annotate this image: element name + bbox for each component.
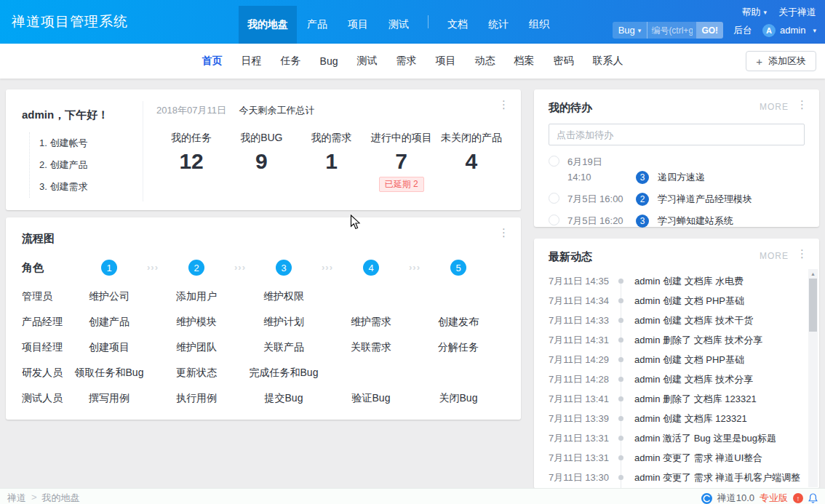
about-zentao-link[interactable]: 关于禅道	[778, 6, 816, 19]
flow-task[interactable]: 维护需求	[351, 316, 391, 327]
activity-text[interactable]: admin 创建 文档库 123321	[634, 412, 747, 425]
kebab-menu-icon[interactable]: ⋮	[797, 99, 808, 110]
chevron-down-icon: ▾	[813, 27, 816, 34]
nav-item-org[interactable]: 组织	[519, 6, 559, 44]
subnav-item-project[interactable]: 项目	[429, 55, 462, 68]
breadcrumb-home[interactable]: 禅道	[7, 492, 26, 504]
stat-value[interactable]: 4	[437, 149, 506, 174]
activity-item: 7月11日 13:30 admin 变更了 需求 禅道手机客户端调整	[549, 468, 805, 487]
activity-time: 7月11日 13:31	[549, 452, 618, 465]
activity-text[interactable]: admin 创建 文档库 技术干货	[634, 314, 753, 327]
activity-text[interactable]: admin 删除了 文档库 技术分享	[634, 334, 762, 347]
nav-item-doc[interactable]: 文档	[437, 6, 478, 44]
todo-checkbox[interactable]	[549, 215, 559, 225]
edition-label[interactable]: 专业版	[760, 492, 788, 504]
stat-value[interactable]: 7	[367, 149, 437, 174]
zentao-logo-icon[interactable]	[701, 493, 712, 504]
activity-text[interactable]: admin 删除了 文档库 123321	[634, 393, 757, 406]
todo-checkbox[interactable]	[549, 193, 559, 204]
search-go-button[interactable]: GO!	[696, 22, 723, 39]
breadcrumb-separator-icon: >	[31, 492, 37, 504]
flow-task[interactable]: 创建发布	[438, 316, 479, 327]
stat-value[interactable]: 9	[226, 149, 296, 174]
current-date: 2018年07月11日	[156, 105, 226, 116]
subnav-item-profile[interactable]: 档案	[507, 55, 541, 68]
todo-text[interactable]: 学习禅道产品经理模块	[658, 191, 752, 207]
activity-text[interactable]: admin 激活了 Bug 这里是bug标题	[634, 432, 776, 445]
delayed-badge: 已延期 2	[379, 177, 424, 192]
timeline-dot-icon	[618, 396, 623, 401]
add-block-button[interactable]: + 添加区块	[746, 51, 816, 71]
version-label[interactable]: 禅道10.0	[717, 492, 754, 504]
todo-more-link[interactable]: MORE	[760, 102, 789, 112]
stat-value[interactable]: 1	[296, 149, 366, 174]
subnav-item-dynamic[interactable]: 动态	[468, 55, 501, 68]
breadcrumb-current[interactable]: 我的地盘	[42, 492, 80, 504]
subnav-item-bug[interactable]: Bug	[314, 55, 345, 67]
kebab-menu-icon[interactable]: ⋮	[498, 227, 509, 238]
user-menu[interactable]: A admin ▾	[762, 24, 816, 37]
nav-item-product[interactable]: 产品	[297, 6, 338, 44]
flow-task[interactable]: 维护团队	[176, 341, 217, 353]
nav-item-my-dashboard[interactable]: 我的地盘	[239, 6, 297, 44]
nav-item-report[interactable]: 统计	[478, 6, 519, 44]
subnav-item-test[interactable]: 测试	[350, 55, 383, 68]
subnav-item-calendar[interactable]: 日程	[235, 55, 268, 68]
flow-task[interactable]: 关联需求	[351, 341, 391, 353]
flow-task[interactable]: 分解任务	[438, 341, 479, 353]
bell-icon[interactable]	[808, 493, 818, 504]
todo-checkbox[interactable]	[549, 156, 559, 167]
todo-text[interactable]: 递四方速递	[658, 169, 705, 185]
flow-task[interactable]: 完成任务和Bug	[250, 367, 319, 378]
nav-item-test[interactable]: 测试	[378, 6, 419, 44]
stat-value[interactable]: 12	[156, 149, 226, 174]
quick-step-create-account[interactable]: 1. 创建帐号	[39, 132, 143, 154]
flow-task[interactable]: 维护计划	[263, 316, 304, 327]
todo-text[interactable]: 学习蝉知建站系统	[658, 213, 733, 228]
scrollbar: ▲	[808, 269, 818, 487]
activity-text[interactable]: admin 变更了 需求 禅道UI整合	[634, 452, 762, 465]
help-menu[interactable]: 帮助 ▾	[741, 6, 767, 19]
app-brand[interactable]: 禅道项目管理系统	[0, 0, 128, 44]
flow-task[interactable]: 创建产品	[89, 316, 129, 327]
subnav-item-home[interactable]: 首页	[196, 55, 229, 68]
flow-task[interactable]: 添加用户	[176, 290, 217, 302]
upgrade-icon[interactable]: ↑	[793, 493, 803, 503]
scroll-thumb[interactable]	[809, 279, 817, 332]
flow-task[interactable]: 领取任务和Bug	[75, 367, 144, 378]
stat-label: 未关闭的产品	[437, 132, 506, 145]
flow-task[interactable]: 提交Bug	[265, 392, 303, 404]
activity-text[interactable]: admin 创建 文档 PHP基础	[634, 353, 744, 367]
flow-task[interactable]: 验证Bug	[352, 392, 391, 404]
quick-step-create-product[interactable]: 2. 创建产品	[39, 154, 143, 176]
search-input[interactable]	[647, 22, 696, 39]
flow-task[interactable]: 维护公司	[89, 290, 129, 302]
activity-item: 7月11日 14:35 admin 创建 文档库 水电费	[549, 271, 805, 291]
activity-text[interactable]: admin 变更了 需求 禅道手机客户端调整	[634, 471, 800, 484]
add-todo-input[interactable]	[549, 124, 805, 145]
subnav-item-contacts[interactable]: 联系人	[586, 55, 629, 68]
flow-task[interactable]: 关闭Bug	[439, 392, 478, 404]
kebab-menu-icon[interactable]: ⋮	[797, 248, 808, 259]
subnav-item-password[interactable]: 密码	[546, 55, 580, 68]
search-module-select[interactable]: Bug ▾	[613, 22, 647, 39]
flow-task[interactable]: 创建项目	[89, 341, 129, 353]
quick-step-create-story[interactable]: 3. 创建需求	[39, 176, 143, 198]
flow-task[interactable]: 维护模块	[176, 316, 217, 327]
activity-more-link[interactable]: MORE	[760, 251, 789, 261]
scroll-up-icon[interactable]: ▲	[808, 269, 818, 279]
flow-task[interactable]: 维护权限	[263, 290, 304, 302]
todo-list: 6月19日 14:10 3 递四方速递 7月5日 16:00 2 学习禅道产品经…	[549, 151, 805, 232]
admin-console-link[interactable]: 后台	[733, 24, 752, 37]
subnav-item-story[interactable]: 需求	[389, 55, 423, 68]
activity-text[interactable]: admin 创建 文档库 技术分享	[634, 373, 753, 386]
activity-text[interactable]: admin 创建 文档库 水电费	[634, 275, 744, 288]
flow-task[interactable]: 关联产品	[263, 341, 304, 353]
flow-task[interactable]: 执行用例	[176, 392, 217, 404]
flow-task[interactable]: 更新状态	[176, 367, 217, 378]
activity-item: 7月11日 14:28 admin 创建 文档库 技术分享	[549, 369, 805, 389]
nav-item-project[interactable]: 项目	[338, 6, 378, 44]
subnav-item-task[interactable]: 任务	[274, 55, 308, 68]
flow-task[interactable]: 撰写用例	[89, 392, 129, 404]
activity-text[interactable]: admin 创建 文档 PHP基础	[634, 295, 744, 308]
